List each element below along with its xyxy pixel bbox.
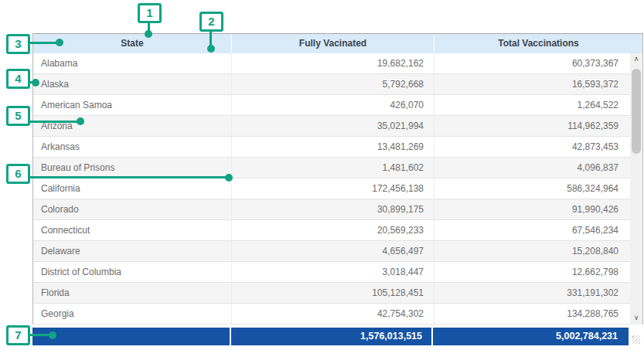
callout-7-dot	[49, 331, 56, 339]
value-cell: 67,546,234	[434, 220, 629, 240]
value-cell: 16,593,372	[434, 74, 629, 94]
callout-4-badge: 4	[6, 69, 30, 89]
callout-1-dot	[145, 30, 152, 38]
table-row[interactable]: Alabama19,682,16260,373,367	[33, 53, 630, 74]
value-cell: 4,656,497	[232, 241, 434, 261]
value-cell: 1,481,602	[232, 158, 434, 178]
callout-3-badge: 3	[6, 34, 30, 54]
value-cell: 134,288,765	[434, 304, 629, 324]
state-cell: District of Columbia	[33, 262, 232, 282]
callout-7-badge: 7	[6, 325, 30, 345]
value-cell: 3,018,447	[232, 262, 434, 282]
callout-2-dot	[207, 45, 215, 53]
callout-1-badge: 1	[138, 3, 162, 23]
callout-6-badge: 6	[6, 164, 30, 184]
state-cell: Alaska	[33, 74, 232, 94]
table-row[interactable]: Connecticut20,569,23367,546,234	[33, 220, 630, 241]
value-cell: 60,373,367	[434, 53, 629, 73]
value-cell: 5,792,668	[232, 74, 434, 94]
value-cell: 586,324,964	[434, 178, 629, 199]
scroll-up-icon[interactable]: ∧	[630, 53, 642, 66]
state-cell: Connecticut	[33, 220, 232, 240]
state-cell: Arizona	[33, 116, 232, 136]
table-header-row: State Fully Vacinated Total Vaccinations	[33, 34, 642, 53]
totals-fully-vaccinated-value: 1,576,013,515	[231, 328, 433, 345]
value-cell: 30,899,175	[232, 199, 434, 219]
callout-3-dot	[56, 39, 63, 46]
value-cell: 15,208,840	[434, 241, 629, 261]
callout-5-connector	[30, 121, 80, 123]
table-row[interactable]: Alaska5,792,66816,593,372	[33, 74, 630, 95]
callout-5-badge: 5	[6, 106, 30, 126]
scroll-down-icon[interactable]: ∨	[630, 312, 642, 325]
value-cell: 114,962,359	[434, 116, 629, 136]
table-body: Alabama19,682,16260,373,367Alaska5,792,6…	[33, 53, 630, 325]
vertical-scrollbar[interactable]: ∧ ∨	[630, 53, 642, 325]
table-row[interactable]: District of Columbia3,018,44712,662,798	[33, 262, 630, 283]
state-cell: Delaware	[33, 241, 232, 261]
state-cell: California	[33, 178, 232, 199]
totals-row: 1,576,013,515 5,002,784,231	[32, 328, 629, 345]
value-cell: 172,456,138	[232, 178, 434, 199]
table-row[interactable]: Georgia42,754,302134,288,765	[33, 304, 630, 325]
value-cell: 42,754,302	[232, 304, 434, 324]
table-row[interactable]: Colorado30,899,17591,990,426	[33, 199, 630, 220]
state-cell: Alabama	[33, 53, 232, 73]
state-cell: Florida	[33, 283, 232, 303]
callout-5-dot	[77, 117, 84, 125]
page: State Fully Vacinated Total Vaccinations…	[0, 0, 644, 350]
table-row[interactable]: Arkansas13,481,26942,873,453	[33, 137, 630, 158]
totals-state-cell	[32, 328, 231, 345]
value-cell: 20,569,233	[232, 220, 434, 240]
column-header-total-vaccinations[interactable]: Total Vaccinations	[434, 34, 642, 53]
table-row[interactable]: American Samoa426,0701,264,522	[33, 95, 630, 116]
value-cell: 12,662,798	[434, 262, 629, 282]
scrollbar-thumb[interactable]	[632, 69, 641, 154]
state-cell: Bureau of Prisons	[33, 158, 232, 178]
data-table: State Fully Vacinated Total Vaccinations…	[32, 33, 643, 325]
value-cell: 1,264,522	[434, 95, 629, 115]
column-header-fully-vaccinated[interactable]: Fully Vacinated	[232, 34, 434, 53]
value-cell: 13,481,269	[232, 137, 434, 157]
table-row[interactable]: Delaware4,656,49715,208,840	[33, 241, 630, 262]
value-cell: 426,070	[232, 95, 434, 115]
table-row[interactable]: Arizona35,021,994114,962,359	[33, 116, 630, 137]
callout-4-dot	[32, 79, 39, 87]
table-row[interactable]: Florida105,128,451331,191,302	[33, 283, 630, 304]
table-row[interactable]: California172,456,138586,324,964	[33, 178, 630, 199]
value-cell: 105,128,451	[232, 283, 434, 303]
totals-total-vaccinations-value: 5,002,784,231	[433, 328, 627, 345]
value-cell: 91,990,426	[434, 199, 629, 219]
value-cell: 4,096,837	[434, 158, 629, 178]
value-cell: 35,021,994	[232, 116, 434, 136]
state-cell: Georgia	[33, 304, 232, 324]
state-cell: Colorado	[33, 199, 232, 219]
callout-6-dot	[225, 174, 233, 182]
callout-6-connector	[30, 176, 229, 178]
table-row[interactable]: Bureau of Prisons1,481,6024,096,837	[33, 158, 630, 178]
value-cell: 42,873,453	[434, 137, 629, 157]
value-cell: 19,682,162	[232, 53, 434, 73]
state-cell: American Samoa	[33, 95, 232, 115]
value-cell: 331,191,302	[434, 283, 629, 303]
resize-grip-icon[interactable]	[632, 335, 640, 344]
callout-2-badge: 2	[199, 12, 223, 32]
state-cell: Arkansas	[33, 137, 232, 157]
